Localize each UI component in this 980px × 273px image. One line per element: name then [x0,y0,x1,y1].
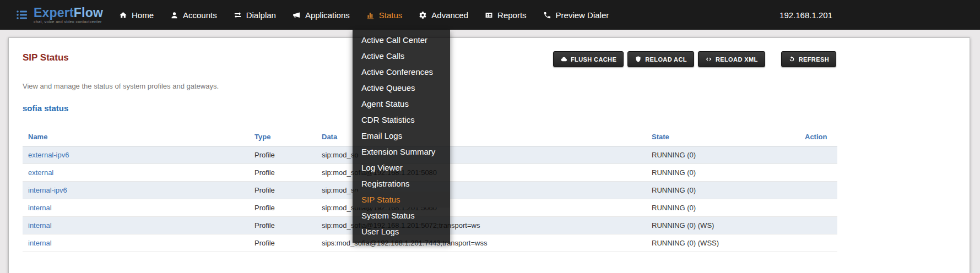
profile-action [799,199,837,217]
profile-state: RUNNING (0) [646,146,799,164]
menu-item-active-queues[interactable]: Active Queues [353,80,450,96]
code-icon [705,56,712,63]
menu-item-active-call-center[interactable]: Active Call Center [353,32,450,48]
nav-item-accounts[interactable]: Accounts [162,0,225,30]
profile-state: RUNNING (0) [646,182,799,199]
nav-item-reports[interactable]: Reports [477,0,535,30]
person-icon [170,11,178,19]
brand-text: ExpertFlow chat, voice and video contact… [34,6,103,24]
column-header-action[interactable]: Action [799,128,837,146]
profile-name-link[interactable]: internal [23,217,249,234]
profile-type: Profile [249,217,316,234]
nav-label: Applications [305,10,350,20]
profile-type: Profile [249,146,316,164]
menu-item-agent-status[interactable]: Agent Status [353,96,450,112]
refresh-icon [788,56,795,63]
profile-action [799,217,837,234]
shield-icon [635,56,642,63]
menu-item-active-calls[interactable]: Active Calls [353,48,450,64]
column-header-state[interactable]: State [646,128,799,146]
button-label: FLUSH CACHE [571,56,616,63]
profile-type: Profile [249,199,316,217]
status-dropdown-menu: Active Call Center Active Calls Active C… [353,30,450,243]
brand-tagline: chat, voice and video contactcenter [34,20,103,24]
button-label: RELOAD XML [716,56,758,63]
megaphone-icon [293,11,301,19]
profile-name-link[interactable]: external [23,164,249,182]
page-description: View and manage the status of system pro… [23,82,219,90]
swap-arrows-icon [234,11,242,19]
top-navbar: ExpertFlow chat, voice and video contact… [0,0,980,30]
nav-label: Accounts [183,10,217,20]
gear-icon [419,11,427,19]
nav-item-applications[interactable]: Applications [284,0,358,30]
profile-state: RUNNING (0) [646,164,799,182]
flush-cache-button[interactable]: FLUSH CACHE [553,51,624,67]
home-icon [119,11,127,19]
cloud-icon [560,56,567,63]
nav-label: Advanced [431,10,468,20]
profile-name-link[interactable]: internal [23,234,249,252]
menu-item-system-status[interactable]: System Status [353,208,450,223]
menu-item-log-viewer[interactable]: Log Viewer [353,160,450,176]
menu-item-cdr-statistics[interactable]: CDR Statistics [353,112,450,128]
section-title: sofia status [23,103,68,113]
column-header-name[interactable]: Name [23,128,249,146]
button-label: RELOAD ACL [645,56,687,63]
profile-action [799,182,837,199]
refresh-button[interactable]: REFRESH [781,51,836,67]
phone-icon [543,11,551,19]
list-lines-icon [15,8,29,21]
content-card: SIP Status FLUSH CACHE RELOAD ACL RELOAD… [8,37,970,273]
profile-type: Profile [249,234,316,252]
menu-item-email-logs[interactable]: Email Logs [353,128,450,144]
menu-item-registrations[interactable]: Registrations [353,176,450,192]
nav-item-advanced[interactable]: Advanced [410,0,477,30]
main-nav: Home Accounts Dialplan Applications Stat… [111,0,617,30]
profile-type: Profile [249,182,316,199]
page-title: SIP Status [23,52,69,63]
nav-label: Home [132,10,154,20]
nav-item-dialplan[interactable]: Dialplan [225,0,284,30]
button-label: REFRESH [799,56,829,63]
profile-state: RUNNING (0) (WSS) [646,234,799,252]
nav-label: Preview Dialer [556,10,609,20]
menu-item-extension-summary[interactable]: Extension Summary [353,144,450,160]
profile-action [799,146,837,164]
brand-secondary: Flow [74,6,103,20]
reload-xml-button[interactable]: RELOAD XML [698,51,765,67]
nav-label: Status [379,10,403,20]
brand-logo[interactable]: ExpertFlow chat, voice and video contact… [0,6,103,24]
profile-name-link[interactable]: internal-ipv6 [23,182,249,199]
nav-label: Reports [497,10,527,20]
report-grid-icon [485,11,493,19]
profile-name-link[interactable]: external-ipv6 [23,146,249,164]
nav-item-preview-dialer[interactable]: Preview Dialer [535,0,618,30]
toolbar: FLUSH CACHE RELOAD ACL RELOAD XML REFRES… [553,51,836,67]
nav-label: Dialplan [246,10,276,20]
menu-item-sip-status[interactable]: SIP Status [353,192,450,208]
bar-chart-icon [366,11,375,19]
profile-state: RUNNING (0) (WS) [646,217,799,234]
menu-item-active-conferences[interactable]: Active Conferences [353,64,450,80]
profile-name-link[interactable]: internal [23,199,249,217]
profile-action [799,234,837,252]
reload-acl-button[interactable]: RELOAD ACL [627,51,694,67]
brand-primary: Expert [34,6,74,20]
nav-item-home[interactable]: Home [111,0,162,30]
server-ip: 192.168.1.201 [779,10,832,20]
column-header-type[interactable]: Type [249,128,316,146]
nav-item-status[interactable]: Status [358,0,411,30]
profile-type: Profile [249,164,316,182]
profile-state: RUNNING (0) [646,199,799,217]
profile-action [799,164,837,182]
menu-item-user-logs[interactable]: User Logs [353,223,450,239]
